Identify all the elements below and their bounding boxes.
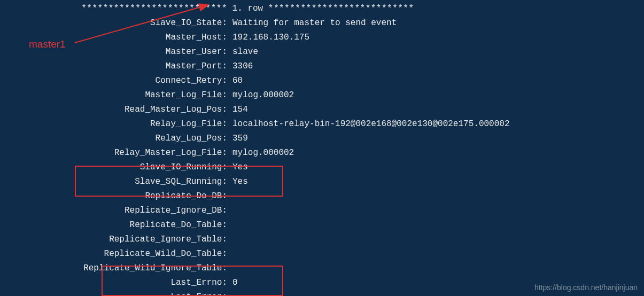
- status-row: Replicate_Ignore_DB:: [0, 204, 644, 218]
- status-row: Relay_Master_Log_File:mylog.000002: [0, 146, 644, 160]
- field-label: Replicate_Ignore_Table:: [0, 232, 227, 247]
- field-value: [227, 218, 232, 232]
- status-row: Replicate_Wild_Do_Table:: [0, 247, 644, 261]
- arrow-icon: [69, 0, 219, 51]
- field-value: slave: [227, 45, 258, 59]
- highlight-box-error: [102, 266, 283, 296]
- status-row: Master_Port:3306: [0, 59, 644, 74]
- field-label: Replicate_Wild_Do_Table:: [0, 247, 227, 261]
- field-value: 192.168.130.175: [227, 30, 309, 45]
- field-label: Master_Port:: [0, 59, 227, 74]
- status-row: Read_Master_Log_Pos:154: [0, 103, 644, 117]
- status-row: Replicate_Ignore_Table:: [0, 232, 644, 247]
- field-label: Connect_Retry:: [0, 74, 227, 88]
- status-row: Relay_Log_File:localhost-relay-bin-192@0…: [0, 117, 644, 131]
- field-label: Relay_Master_Log_File:: [0, 146, 227, 160]
- field-label: Replicate_Ignore_DB:: [0, 204, 227, 218]
- field-label: Master_Log_File:: [0, 88, 227, 103]
- stars-right: ***************************: [268, 2, 414, 16]
- field-value: [227, 232, 232, 247]
- field-label: Relay_Log_Pos:: [0, 131, 227, 146]
- field-value: 3306: [227, 59, 253, 74]
- field-value: 154: [227, 103, 248, 117]
- status-row: Relay_Log_Pos:359: [0, 131, 644, 146]
- status-row: Master_Log_File:mylog.000002: [0, 88, 644, 103]
- annotation-label: master1: [29, 38, 66, 50]
- field-value: mylog.000002: [227, 88, 294, 103]
- field-value: localhost-relay-bin-192@002e168@002e130@…: [227, 117, 509, 131]
- status-row: Connect_Retry:60: [0, 74, 644, 88]
- field-value: mylog.000002: [227, 146, 294, 160]
- svg-line-1: [75, 5, 208, 43]
- watermark: https://blog.csdn.net/hanjinjuan: [534, 283, 638, 292]
- field-value: [227, 204, 232, 218]
- field-value: 60: [227, 74, 243, 88]
- field-label: Read_Master_Log_Pos:: [0, 103, 227, 117]
- header-label: 1. row: [227, 2, 268, 16]
- status-row: Replicate_Wild_Ignore_Table:: [0, 261, 644, 276]
- field-value: [227, 247, 232, 261]
- field-value: Waiting for master to send event: [227, 16, 397, 30]
- field-value: 359: [227, 131, 248, 146]
- field-label: Relay_Log_File:: [0, 117, 227, 131]
- field-label: Replicate_Do_Table:: [0, 218, 227, 232]
- status-row: Replicate_Do_Table:: [0, 218, 644, 232]
- highlight-box-running: [75, 166, 283, 197]
